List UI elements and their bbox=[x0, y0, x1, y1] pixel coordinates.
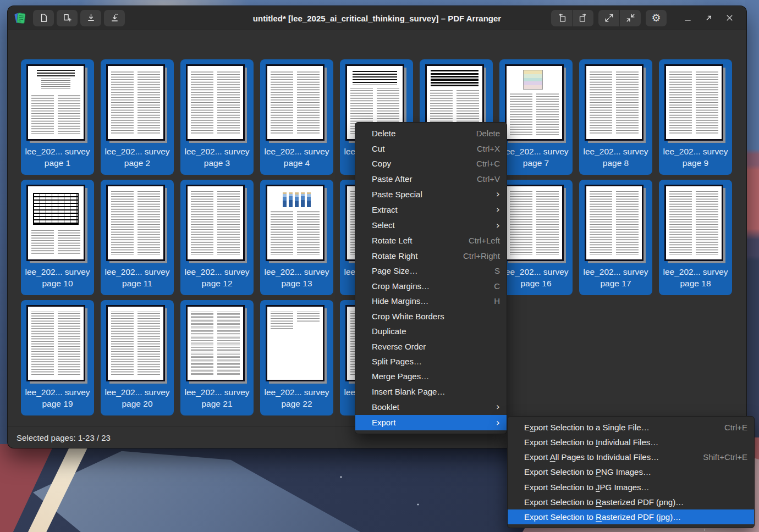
menu-item-label: Export Selection to JPG Images… bbox=[524, 483, 747, 492]
page-cell-8[interactable]: lee_202... survey page 8 bbox=[579, 59, 652, 175]
page-label-13: lee_202... survey page 13 bbox=[261, 266, 332, 289]
page-cell-9[interactable]: lee_202... survey page 9 bbox=[659, 59, 732, 175]
thumbnail-bigtable-art bbox=[33, 193, 79, 225]
page-cell-13[interactable]: lee_202... survey page 13 bbox=[260, 180, 333, 295]
submenu-arrow-icon: › bbox=[496, 418, 500, 428]
import-pages-icon bbox=[62, 13, 73, 23]
shortcut-label: Ctrl+Left bbox=[469, 236, 500, 245]
shortcut-label: Delete bbox=[476, 129, 500, 138]
menu-item-label: Copy bbox=[372, 159, 463, 168]
zoom-out-button[interactable] bbox=[620, 10, 641, 26]
export-item-export-selection-to-individual-files[interactable]: Export Selection to Individual Files… bbox=[508, 435, 754, 450]
shortcut-label: Ctrl+X bbox=[477, 144, 500, 153]
menu-item-label: Paste After bbox=[372, 174, 464, 184]
page-cell-21[interactable]: lee_202... survey page 21 bbox=[180, 300, 254, 415]
page-label-12: lee_202... survey page 12 bbox=[182, 266, 252, 289]
page-cell-18[interactable]: lee_202... survey page 18 bbox=[659, 180, 732, 295]
menu-item-cut[interactable]: CutCtrl+X bbox=[355, 141, 507, 156]
export-item-export-selection-to-rasterized-pdf-jpg[interactable]: Export Selection to Rasterized PDF (jpg)… bbox=[508, 509, 754, 524]
page-label-2: lee_202... survey page 2 bbox=[102, 146, 173, 169]
menu-item-label: Delete bbox=[372, 129, 463, 138]
menu-item-insert-blank-page[interactable]: Insert Blank Page… bbox=[355, 384, 507, 399]
page-cell-19[interactable]: lee_202... survey page 19 bbox=[21, 300, 94, 415]
rotate-left-icon bbox=[557, 13, 567, 23]
page-cell-22[interactable]: lee_202... survey page 22 bbox=[260, 300, 333, 415]
page-cell-17[interactable]: lee_202... survey page 17 bbox=[579, 180, 652, 295]
menu-item-merge-pages[interactable]: Merge Pages… bbox=[355, 369, 507, 384]
page-label-17: lee_202... survey page 17 bbox=[580, 266, 651, 289]
page-thumbnail-17 bbox=[585, 185, 644, 261]
menu-item-crop-white-borders[interactable]: Crop White Borders bbox=[355, 308, 507, 323]
export-item-export-all-pages-to-individual-files[interactable]: Export All Pages to Individual Files…Shi… bbox=[508, 450, 754, 464]
menu-item-delete[interactable]: DeleteDelete bbox=[355, 126, 507, 141]
page-thumbnail-7 bbox=[505, 64, 564, 141]
restore-button[interactable] bbox=[699, 10, 718, 26]
zoom-in-button[interactable] bbox=[598, 10, 619, 26]
export-item-export-selection-to-rasterized-pdf-png[interactable]: Export Selection to Rasterized PDF (png)… bbox=[508, 495, 754, 509]
page-cell-3[interactable]: lee_202... survey page 3 bbox=[180, 59, 254, 175]
save-as-button[interactable] bbox=[104, 10, 125, 26]
menu-item-export[interactable]: Export› bbox=[355, 415, 507, 430]
page-label-20: lee_202... survey page 20 bbox=[102, 386, 173, 409]
menu-item-extract[interactable]: Extract› bbox=[355, 202, 507, 217]
page-thumbnail-19 bbox=[26, 305, 85, 381]
save-as-icon bbox=[109, 13, 120, 23]
page-thumbnail-4 bbox=[266, 64, 324, 141]
thumbnail-figure-art bbox=[523, 70, 542, 90]
save-icon bbox=[86, 13, 96, 23]
page-cell-11[interactable]: lee_202... survey page 11 bbox=[101, 180, 174, 295]
menu-item-rotate-right[interactable]: Rotate RightCtrl+Right bbox=[355, 248, 507, 263]
menu-item-paste-after[interactable]: Paste AfterCtrl+V bbox=[355, 171, 507, 186]
minimize-button[interactable] bbox=[678, 10, 697, 26]
shortcut-label: S bbox=[494, 266, 500, 275]
shortcut-label: Ctrl+C bbox=[476, 159, 500, 168]
menu-item-split-pages[interactable]: Split Pages… bbox=[355, 354, 507, 369]
app-icon bbox=[13, 11, 28, 25]
new-document-button[interactable] bbox=[33, 10, 54, 26]
menu-item-label: Paste Special bbox=[372, 190, 483, 199]
thumbnail-title-art bbox=[37, 70, 75, 76]
page-label-11: lee_202... survey page 11 bbox=[102, 266, 173, 289]
page-label-18: lee_202... survey page 18 bbox=[660, 266, 731, 289]
menu-item-select[interactable]: Select› bbox=[355, 218, 507, 233]
new-document-icon bbox=[38, 13, 49, 23]
menu-item-copy[interactable]: CopyCtrl+C bbox=[355, 156, 507, 171]
menu-item-duplicate[interactable]: Duplicate bbox=[355, 324, 507, 339]
menu-item-label: Rotate Left bbox=[372, 236, 455, 245]
page-cell-2[interactable]: lee_202... survey page 2 bbox=[101, 59, 174, 175]
page-cell-10[interactable]: lee_202... survey page 10 bbox=[21, 180, 94, 295]
page-cell-1[interactable]: lee_202... survey page 1 bbox=[21, 59, 94, 175]
rotate-right-icon bbox=[578, 13, 588, 23]
shortcut-label: Ctrl+Right bbox=[463, 251, 500, 261]
page-cell-12[interactable]: lee_202... survey page 12 bbox=[180, 180, 254, 295]
menu-item-label: Reverse Order bbox=[372, 342, 500, 351]
menu-item-label: Export Selection to Rasterized PDF (png)… bbox=[524, 497, 747, 507]
menu-item-label: Select bbox=[372, 220, 483, 230]
rotate-right-button[interactable] bbox=[573, 10, 593, 26]
page-cell-16[interactable]: lee_202... survey page 16 bbox=[499, 180, 573, 295]
page-cell-20[interactable]: lee_202... survey page 20 bbox=[101, 300, 174, 415]
menu-item-reverse-order[interactable]: Reverse Order bbox=[355, 339, 507, 353]
thumbnail-chart-art bbox=[282, 191, 311, 208]
import-pages-button[interactable] bbox=[57, 10, 78, 26]
close-button[interactable] bbox=[720, 10, 739, 26]
menu-item-paste-special[interactable]: Paste Special› bbox=[355, 186, 507, 202]
page-thumbnail-8 bbox=[585, 64, 644, 141]
menu-item-page-size[interactable]: Page Size…S bbox=[355, 263, 507, 278]
rotate-left-button[interactable] bbox=[551, 10, 572, 26]
page-thumbnail-1 bbox=[26, 64, 85, 141]
menu-item-label: Merge Pages… bbox=[372, 372, 500, 381]
page-label-10: lee_202... survey page 10 bbox=[22, 266, 93, 289]
save-button[interactable] bbox=[80, 10, 101, 26]
page-cell-4[interactable]: lee_202... survey page 4 bbox=[260, 59, 333, 175]
page-cell-7[interactable]: lee_202... survey page 7 bbox=[499, 59, 573, 175]
main-menu-button[interactable]: ⚙ bbox=[646, 10, 667, 26]
menu-item-crop-margins[interactable]: Crop Margins…C bbox=[355, 279, 507, 293]
export-item-export-selection-to-a-single-file[interactable]: Export Selection to a Single File…Ctrl+E bbox=[508, 420, 754, 435]
menu-item-booklet[interactable]: Booklet› bbox=[355, 399, 507, 414]
page-thumbnail-20 bbox=[106, 305, 165, 381]
menu-item-rotate-left[interactable]: Rotate LeftCtrl+Left bbox=[355, 233, 507, 248]
menu-item-hide-margins[interactable]: Hide Margins…H bbox=[355, 293, 507, 308]
export-item-export-selection-to-png-images[interactable]: Export Selection to PNG Images… bbox=[508, 464, 754, 479]
export-item-export-selection-to-jpg-images[interactable]: Export Selection to JPG Images… bbox=[508, 480, 754, 495]
